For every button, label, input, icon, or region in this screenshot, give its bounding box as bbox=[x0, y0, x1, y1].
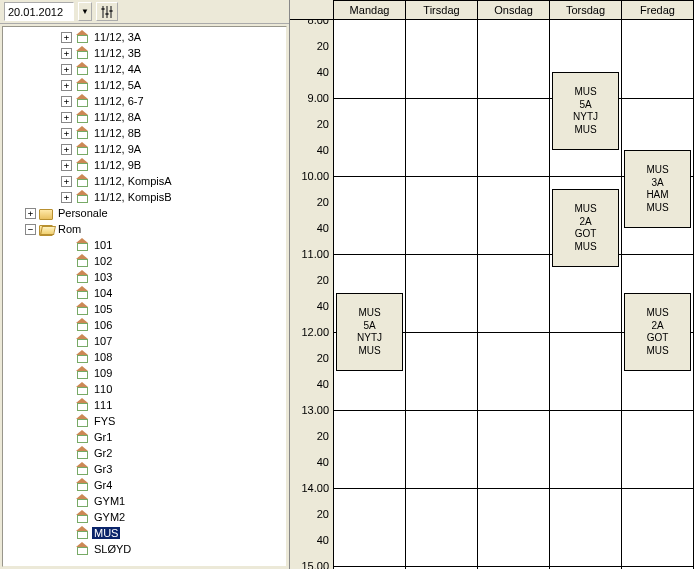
tree-label[interactable]: Gr1 bbox=[92, 431, 114, 443]
tree-label[interactable]: 11/12, 6-7 bbox=[92, 95, 146, 107]
tree-label[interactable]: Gr4 bbox=[92, 479, 114, 491]
tree-label[interactable]: 11/12, 5A bbox=[92, 79, 143, 91]
tree-toggle[interactable]: − bbox=[25, 224, 36, 235]
tree-item-room[interactable]: GYM2 bbox=[7, 509, 286, 525]
tree-item-folder-personale[interactable]: +Personale bbox=[7, 205, 286, 221]
tree-label[interactable]: 109 bbox=[92, 367, 114, 379]
tree-label[interactable]: 11/12, KompisB bbox=[92, 191, 174, 203]
tree-label[interactable]: 11/12, 9B bbox=[92, 159, 143, 171]
tree-label[interactable]: 103 bbox=[92, 271, 114, 283]
tree-label[interactable]: 11/12, 9A bbox=[92, 143, 143, 155]
sliders-icon bbox=[100, 5, 114, 19]
tree-label[interactable]: Rom bbox=[56, 223, 83, 235]
tree-toggle[interactable]: + bbox=[61, 96, 72, 107]
tree-item-class[interactable]: +11/12, 5A bbox=[7, 77, 286, 93]
tree-label[interactable]: GYM2 bbox=[92, 511, 127, 523]
date-dropdown-button[interactable]: ▼ bbox=[78, 2, 92, 21]
tree-item-room[interactable]: 105 bbox=[7, 301, 286, 317]
calendar-grid[interactable]: MUS5ANYTJMUSMUS5ANYTJMUSMUS2AGOTMUSMUS3A… bbox=[334, 20, 694, 569]
date-input[interactable]: 20.01.2012 bbox=[4, 2, 74, 21]
tree-view[interactable]: +11/12, 3A+11/12, 3B+11/12, 4A+11/12, 5A… bbox=[2, 26, 287, 567]
calendar-event[interactable]: MUS2AGOTMUS bbox=[552, 189, 619, 267]
tree-item-class[interactable]: +11/12, 8A bbox=[7, 109, 286, 125]
tree-label[interactable]: FYS bbox=[92, 415, 117, 427]
tree-label[interactable]: 11/12, 3B bbox=[92, 47, 143, 59]
tree-item-room[interactable]: 104 bbox=[7, 285, 286, 301]
tree-label[interactable]: 108 bbox=[92, 351, 114, 363]
tree-item-room[interactable]: GYM1 bbox=[7, 493, 286, 509]
tree-label[interactable]: Gr3 bbox=[92, 463, 114, 475]
calendar-event[interactable]: MUS3AHAMMUS bbox=[624, 150, 691, 228]
tree-item-class[interactable]: +11/12, 4A bbox=[7, 61, 286, 77]
tree-item-class[interactable]: +11/12, 9A bbox=[7, 141, 286, 157]
calendar-event[interactable]: MUS5ANYTJMUS bbox=[552, 72, 619, 150]
tree-label[interactable]: 104 bbox=[92, 287, 114, 299]
tree-toggle[interactable]: + bbox=[61, 64, 72, 75]
tree-toggle[interactable]: + bbox=[61, 48, 72, 59]
tree-toggle[interactable]: + bbox=[61, 80, 72, 91]
tree-item-room[interactable]: SLØYD bbox=[7, 541, 286, 557]
house-icon bbox=[75, 382, 89, 396]
settings-button[interactable] bbox=[96, 2, 118, 21]
tree-toggle[interactable]: + bbox=[61, 32, 72, 43]
tree-item-class[interactable]: +11/12, 3B bbox=[7, 45, 286, 61]
tree-label[interactable]: 11/12, KompisA bbox=[92, 175, 174, 187]
tree-item-class[interactable]: +11/12, 8B bbox=[7, 125, 286, 141]
tree-item-room[interactable]: 106 bbox=[7, 317, 286, 333]
tree-item-room[interactable]: 102 bbox=[7, 253, 286, 269]
tree-item-room[interactable]: Gr3 bbox=[7, 461, 286, 477]
tree-item-room[interactable]: 107 bbox=[7, 333, 286, 349]
hour-line bbox=[406, 176, 477, 177]
tree-item-class[interactable]: +11/12, 6-7 bbox=[7, 93, 286, 109]
tree-item-room[interactable]: 108 bbox=[7, 349, 286, 365]
tree-label[interactable]: 11/12, 8B bbox=[92, 127, 143, 139]
day-column[interactable]: MUS5ANYTJMUS bbox=[334, 20, 406, 569]
tree-item-room[interactable]: 101 bbox=[7, 237, 286, 253]
tree-label[interactable]: 11/12, 8A bbox=[92, 111, 143, 123]
tree-item-room[interactable]: Gr2 bbox=[7, 445, 286, 461]
tree-toggle[interactable]: + bbox=[61, 144, 72, 155]
day-column[interactable] bbox=[478, 20, 550, 569]
tree-label[interactable]: 102 bbox=[92, 255, 114, 267]
tree-label[interactable]: 111 bbox=[92, 399, 114, 411]
hour-line bbox=[478, 566, 549, 567]
tree-item-class[interactable]: +11/12, 3A bbox=[7, 29, 286, 45]
svg-rect-5 bbox=[110, 10, 113, 12]
tree-toggle[interactable]: + bbox=[61, 128, 72, 139]
tree-item-folder-rom[interactable]: −Rom bbox=[7, 221, 286, 237]
calendar-event[interactable]: MUS2AGOTMUS bbox=[624, 293, 691, 371]
tree-item-room[interactable]: FYS bbox=[7, 413, 286, 429]
tree-label[interactable]: GYM1 bbox=[92, 495, 127, 507]
tree-toggle[interactable]: + bbox=[25, 208, 36, 219]
calendar-event[interactable]: MUS5ANYTJMUS bbox=[336, 293, 403, 371]
tree-label[interactable]: 11/12, 3A bbox=[92, 31, 143, 43]
house-icon bbox=[75, 510, 89, 524]
tree-item-room[interactable]: 111 bbox=[7, 397, 286, 413]
tree-item-class[interactable]: +11/12, 9B bbox=[7, 157, 286, 173]
tree-label[interactable]: 105 bbox=[92, 303, 114, 315]
tree-toggle[interactable]: + bbox=[61, 176, 72, 187]
tree-item-room[interactable]: Gr1 bbox=[7, 429, 286, 445]
tree-label[interactable]: 101 bbox=[92, 239, 114, 251]
tree-item-room[interactable]: Gr4 bbox=[7, 477, 286, 493]
tree-label[interactable]: 106 bbox=[92, 319, 114, 331]
tree-toggle[interactable]: + bbox=[61, 112, 72, 123]
tree-label[interactable]: Personale bbox=[56, 207, 110, 219]
tree-item-room[interactable]: 103 bbox=[7, 269, 286, 285]
tree-item-class[interactable]: +11/12, KompisA bbox=[7, 173, 286, 189]
tree-label[interactable]: 107 bbox=[92, 335, 114, 347]
tree-item-class[interactable]: +11/12, KompisB bbox=[7, 189, 286, 205]
tree-item-room[interactable]: MUS bbox=[7, 525, 286, 541]
tree-item-room[interactable]: 110 bbox=[7, 381, 286, 397]
tree-label[interactable]: MUS bbox=[92, 527, 120, 539]
tree-toggle[interactable]: + bbox=[61, 160, 72, 171]
day-column[interactable]: MUS5ANYTJMUSMUS2AGOTMUS bbox=[550, 20, 622, 569]
tree-toggle[interactable]: + bbox=[61, 192, 72, 203]
tree-label[interactable]: Gr2 bbox=[92, 447, 114, 459]
day-column[interactable]: MUS3AHAMMUSMUS2AGOTMUS bbox=[622, 20, 694, 569]
day-column[interactable] bbox=[406, 20, 478, 569]
tree-label[interactable]: SLØYD bbox=[92, 543, 133, 555]
tree-item-room[interactable]: 109 bbox=[7, 365, 286, 381]
tree-label[interactable]: 11/12, 4A bbox=[92, 63, 143, 75]
tree-label[interactable]: 110 bbox=[92, 383, 114, 395]
